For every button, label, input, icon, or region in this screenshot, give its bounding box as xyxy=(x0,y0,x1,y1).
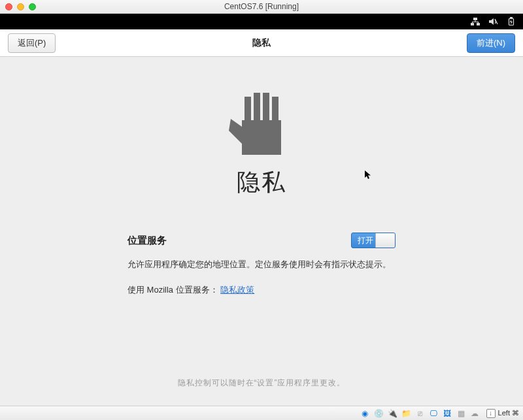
statusbar-disc-icon[interactable]: 💿 xyxy=(373,408,385,419)
location-section: 位置服务 打开 允许应用程序确定您的地理位置。定位服务使用时会有指示状态提示。 … xyxy=(127,233,396,296)
svg-rect-14 xyxy=(254,93,260,123)
window-zoom-button[interactable] xyxy=(29,3,36,10)
statusbar-shared-icon[interactable]: ⎚ xyxy=(414,408,426,419)
window-minimize-button[interactable] xyxy=(17,3,24,10)
mozilla-line: 使用 Mozilla 位置服务： 隐私政策 xyxy=(127,284,396,296)
statusbar-hdd-icon[interactable]: ◉ xyxy=(359,408,371,419)
forward-button[interactable]: 前进(N) xyxy=(467,33,515,53)
back-button-label: 返回(P) xyxy=(18,37,46,49)
svg-marker-7 xyxy=(489,18,494,25)
back-button[interactable]: 返回(P) xyxy=(8,33,56,53)
vm-statusbar: ◉ 💿 🔌 📁 ⎚ 🖵 🖼 ▦ ☁ ↓ Left ⌘ xyxy=(0,406,523,420)
svg-rect-0 xyxy=(473,18,477,20)
network-icon[interactable] xyxy=(471,18,480,25)
svg-marker-17 xyxy=(229,119,242,144)
toggle-knob xyxy=(375,233,395,248)
page-content: 隐私 位置服务 打开 允许应用程序确定您的地理位置。定位服务使用时会有指示状态提… xyxy=(0,57,523,406)
location-toggle[interactable]: 打开 xyxy=(351,233,396,248)
statusbar-mic-icon[interactable]: ☁ xyxy=(469,408,481,419)
guest-topbar xyxy=(0,14,523,29)
svg-rect-6 xyxy=(478,22,479,23)
footer-note: 隐私控制可以随时在“设置”应用程序里更改。 xyxy=(178,378,346,389)
page-heading: 隐私 xyxy=(237,167,286,199)
window-title: CentOS7.6 [Running] xyxy=(0,2,523,11)
svg-rect-2 xyxy=(477,23,480,25)
headerbar: 返回(P) 隐私 前进(N) xyxy=(0,29,523,57)
hostkey-indicator: ↓ Left ⌘ xyxy=(486,409,519,418)
mozilla-prefix: 使用 Mozilla 位置服务： xyxy=(127,285,218,295)
toggle-on-text: 打开 xyxy=(352,235,373,246)
svg-marker-11 xyxy=(510,20,513,25)
svg-rect-15 xyxy=(263,93,269,123)
statusbar-usb-icon[interactable]: 🔌 xyxy=(386,408,399,419)
forward-button-label: 前进(N) xyxy=(477,37,505,49)
guest-desktop: 返回(P) 隐私 前进(N) 隐私 xyxy=(0,29,523,406)
svg-rect-4 xyxy=(472,22,479,22)
traffic-lights xyxy=(5,3,36,10)
mac-titlebar: CentOS7.6 [Running] xyxy=(0,0,523,14)
location-description: 允许应用程序确定您的地理位置。定位服务使用时会有指示状态提示。 xyxy=(127,257,396,271)
hostkey-arrow-icon: ↓ xyxy=(486,409,496,418)
battery-icon[interactable] xyxy=(507,17,515,26)
svg-rect-13 xyxy=(245,97,251,123)
privacy-policy-link[interactable]: 隐私政策 xyxy=(220,285,254,295)
volume-icon[interactable] xyxy=(489,18,498,25)
location-label: 位置服务 xyxy=(127,234,167,247)
svg-rect-16 xyxy=(272,97,278,123)
statusbar-folder-icon[interactable]: 📁 xyxy=(400,408,413,419)
svg-rect-10 xyxy=(511,18,513,19)
svg-rect-5 xyxy=(472,22,473,23)
svg-rect-12 xyxy=(242,120,281,155)
statusbar-display-icon[interactable]: 🖵 xyxy=(428,408,440,419)
statusbar-record-icon[interactable]: 🖼 xyxy=(441,408,454,419)
hand-privacy-icon xyxy=(226,93,297,155)
headerbar-title: 隐私 xyxy=(252,37,271,49)
svg-rect-1 xyxy=(471,23,474,25)
window-close-button[interactable] xyxy=(5,3,12,10)
statusbar-cam-icon[interactable]: ▦ xyxy=(455,408,467,419)
hostkey-label: Left ⌘ xyxy=(498,409,519,417)
